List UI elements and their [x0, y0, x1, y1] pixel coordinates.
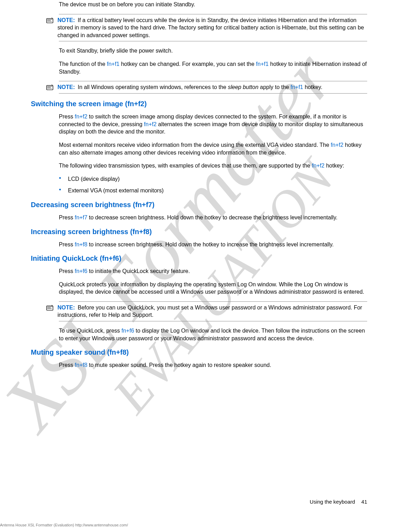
footer-right: Using the keyboard41	[310, 499, 367, 505]
note-standby-battery: NOTE:If a critical battery level occurs …	[59, 14, 367, 42]
mute-p: Press fn+f8 to mute speaker sound. Press…	[59, 361, 367, 369]
note-text: NOTE:In all Windows operating system win…	[57, 83, 367, 91]
intro-p1: The device must be on before you can ini…	[59, 1, 367, 8]
heading-increase-brightness: Increasing screen brightness (fn+f8)	[31, 228, 367, 236]
hotkey-fn-f8: fn+f8	[75, 241, 87, 247]
dec-bright-body: Press fn+f7 to decrease screen brightnes…	[59, 214, 367, 221]
footer-left: Antenna House XSL Formatter (Evaluation)…	[0, 523, 128, 527]
inc-bright-body: Press fn+f8 to increase screen brightnes…	[59, 241, 367, 248]
note-text: NOTE:Before you can use QuickLock, you m…	[57, 304, 367, 319]
note1-body: If a critical battery level occurs while…	[57, 17, 364, 38]
page-body: The device must be on before you can ini…	[0, 0, 398, 369]
dec-bright-p: Press fn+f7 to decrease screen brightnes…	[59, 214, 367, 221]
svg-rect-2	[47, 306, 53, 310]
video-types-list: LCD (device display) External VGA (most …	[59, 175, 367, 195]
page-number: 41	[361, 499, 367, 505]
heading-quicklock: Initiating QuickLock (fn+f6)	[31, 254, 367, 262]
intro-block: The device must be on before you can ini…	[59, 1, 367, 94]
hotkey-fn-f6: fn+f6	[122, 328, 134, 334]
note-label: NOTE:	[57, 84, 75, 90]
quicklock-body: Press fn+f6 to initiate the QuickLock se…	[59, 267, 367, 342]
hotkey-fn-f1: fn+f1	[107, 61, 119, 67]
mute-body: Press fn+f8 to mute speaker sound. Press…	[59, 361, 367, 369]
switching-p3: The following video transmission types, …	[59, 162, 367, 170]
hotkey-fn-f6: fn+f6	[75, 268, 87, 274]
note-icon	[46, 305, 54, 312]
inc-bright-p: Press fn+f8 to increase screen brightnes…	[59, 241, 367, 248]
switching-p2: Most external monitors receive video inf…	[59, 141, 367, 156]
note-icon	[46, 17, 54, 24]
note-icon	[46, 84, 54, 91]
svg-rect-0	[47, 18, 53, 23]
hotkey-fn-f2: fn+f2	[75, 114, 87, 120]
sleep-button-term: sleep button	[228, 84, 258, 90]
standby-func: The function of the fn+f1 hotkey can be …	[59, 60, 367, 75]
hotkey-fn-f2: fn+f2	[331, 142, 343, 148]
hotkey-fn-f1: fn+f1	[290, 84, 303, 90]
quicklock-p2: QuickLock protects your information by d…	[59, 281, 367, 296]
heading-mute-speaker: Muting speaker sound (fn+f8)	[31, 348, 367, 356]
note-label: NOTE:	[57, 305, 75, 311]
hotkey-fn-f1: fn+f1	[256, 61, 269, 67]
note-label: NOTE:	[57, 17, 75, 23]
heading-decrease-brightness: Decreasing screen brightness (fn+f7)	[31, 201, 367, 209]
svg-rect-1	[47, 86, 53, 90]
note-text: NOTE:If a critical battery level occurs …	[57, 16, 367, 39]
footer-section-label: Using the keyboard	[310, 499, 355, 505]
hotkey-fn-f2: fn+f2	[144, 121, 157, 127]
heading-switching-screen: Switching the screen image (fn+f2)	[31, 100, 367, 108]
quicklock-p3: To use QuickLock, press fn+f6 to display…	[59, 327, 367, 342]
quicklock-p1: Press fn+f6 to initiate the QuickLock se…	[59, 267, 367, 275]
standby-exit: To exit Standby, briefly slide the power…	[59, 47, 367, 55]
note-quicklock-body: Before you can use QuickLock, you must s…	[57, 305, 362, 318]
note-sleep-button: NOTE:In all Windows operating system win…	[59, 81, 367, 94]
list-item: LCD (device display)	[59, 175, 367, 183]
hotkey-fn-f8: fn+f8	[75, 362, 87, 368]
list-item: External VGA (most external monitors)	[59, 187, 367, 195]
note-quicklock: NOTE:Before you can use QuickLock, you m…	[59, 301, 367, 321]
switching-p1: Press fn+f2 to switch the screen image a…	[59, 113, 367, 136]
hotkey-fn-f2: fn+f2	[312, 163, 324, 169]
hotkey-fn-f7: fn+f7	[75, 214, 87, 220]
switching-body: Press fn+f2 to switch the screen image a…	[59, 113, 367, 195]
